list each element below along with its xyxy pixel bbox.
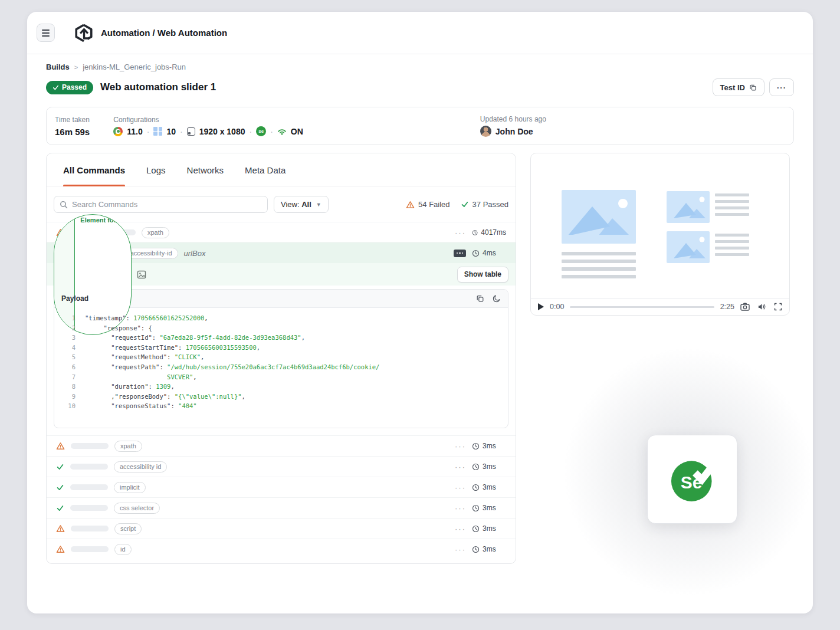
more-options-button[interactable]: ··· (769, 78, 794, 96)
tab-all-commands[interactable]: All Commands (63, 165, 125, 186)
passed-count: 37 Passed (461, 200, 508, 209)
more-actions-icon[interactable]: ··· (455, 462, 466, 471)
resolution-icon (187, 127, 195, 136)
tab-bar: All Commands Logs Networks Meta Data (47, 153, 516, 186)
command-row[interactable]: script···3ms (47, 518, 516, 539)
tab-meta-data[interactable]: Meta Data (245, 165, 286, 186)
command-row[interactable]: css selector···3ms (47, 497, 516, 518)
image-placeholder (667, 191, 710, 223)
svg-text:Se: Se (680, 472, 702, 491)
video-seek-bar[interactable] (570, 306, 714, 308)
hamburger-menu-button[interactable] (37, 24, 55, 42)
user-name: John Doe (496, 127, 533, 136)
page-title: Web automation slider 1 (100, 81, 216, 93)
tab-networks[interactable]: Networks (187, 165, 224, 186)
commands-panel: All Commands Logs Networks Meta Data Vie… (46, 153, 516, 564)
locator-type-badge: xpath (114, 441, 142, 452)
video-frame-mockup (531, 153, 789, 298)
command-row[interactable]: accessibility id···3ms (47, 456, 516, 477)
show-table-button[interactable]: Show table (457, 267, 508, 283)
command-row-list: xpath···3msaccessibility id···3msimplici… (47, 435, 516, 559)
search-commands-input[interactable] (72, 200, 262, 209)
warning-icon (56, 545, 65, 553)
view-filter-dropdown[interactable]: View: All ▼ (274, 196, 329, 213)
line-number: 3 (54, 333, 76, 343)
volume-icon[interactable] (757, 303, 766, 311)
line-number: 1 (54, 313, 76, 323)
app-title: Automation / Web Automation (101, 28, 227, 38)
clock-icon (472, 250, 480, 257)
command-row[interactable]: xpath···3ms (47, 435, 516, 456)
code-line: 4 "requestStartTime": 170566560031559350… (54, 343, 508, 353)
user-avatar (480, 126, 491, 137)
breadcrumb-builds-link[interactable]: Builds (46, 63, 70, 71)
code-line: 6 "requestPath": "/wd/hub/session/755e20… (54, 362, 508, 372)
selenium-icon: se (256, 126, 266, 136)
command-row[interactable]: implicit···3ms (47, 477, 516, 497)
clock-icon (472, 229, 478, 237)
tab-logs[interactable]: Logs (146, 165, 166, 186)
commands-toolbar: View: All ▼ 54 Failed 37 Passed (47, 186, 516, 222)
breadcrumb-separator: > (74, 64, 78, 71)
warning-icon (406, 201, 415, 209)
more-actions-icon[interactable]: ··· (455, 504, 466, 513)
clock-icon (472, 525, 480, 533)
fullscreen-icon[interactable] (774, 303, 782, 311)
selenium-card: Se (647, 435, 737, 524)
resolution-value: 1920 x 1080 (199, 127, 245, 136)
line-number: 8 (54, 382, 76, 392)
image-placeholder (562, 190, 636, 244)
clock-icon (472, 442, 480, 450)
screenshot-image-icon[interactable] (137, 270, 146, 279)
image-placeholder (667, 231, 710, 263)
more-actions-chip[interactable] (454, 250, 466, 257)
breadcrumb: Builds > jenkins-ML_Generic_jobs-Run (46, 63, 794, 71)
command-duration: 3ms (483, 545, 496, 553)
clock-icon (472, 546, 480, 553)
locator-type-badge: script (114, 523, 142, 534)
clock-icon (472, 463, 480, 471)
more-actions-icon[interactable]: ··· (455, 545, 466, 554)
clock-icon (472, 504, 480, 512)
network-signal-icon (277, 127, 287, 136)
video-controls-bar: 0:00 2:25 (531, 298, 789, 315)
search-commands-box[interactable] (54, 196, 268, 213)
code-line: 2 "response": { (54, 323, 508, 333)
more-actions-icon[interactable]: ··· (455, 483, 466, 492)
line-number: 10 (54, 401, 76, 411)
check-icon (56, 504, 64, 512)
locator-value: urlBox (184, 249, 206, 258)
warning-icon (56, 524, 65, 533)
os-version: 10 (166, 127, 176, 136)
locator-type-badge: accessibility id (114, 461, 167, 472)
time-taken-label: Time taken (55, 116, 90, 124)
locator-type-badge: id (114, 544, 132, 555)
search-icon (60, 201, 68, 209)
copy-icon[interactable] (476, 294, 484, 303)
camera-screenshot-icon[interactable] (740, 303, 750, 311)
test-id-button[interactable]: Test ID (713, 78, 764, 96)
warning-icon (56, 442, 65, 450)
command-row[interactable]: id···3ms (47, 539, 516, 559)
command-duration: 3ms (483, 504, 496, 512)
more-actions-icon[interactable]: ··· (455, 524, 466, 533)
locator-type-badge: accessibility-id (124, 248, 178, 259)
play-button[interactable] (538, 303, 544, 310)
more-actions-icon[interactable]: ··· (455, 442, 466, 451)
more-actions-icon[interactable]: ··· (455, 228, 466, 237)
payload-code: 1"timestamp": 1705665601625252000,2 "res… (54, 308, 508, 428)
current-time: 0:00 (550, 303, 564, 311)
chevron-down-icon: ▼ (316, 202, 321, 208)
code-line: 10 "responseStatus": "404" (54, 401, 508, 411)
line-number: 2 (54, 323, 76, 333)
locator-type-badge: css selector (114, 503, 160, 514)
browser-version: 11.0 (127, 127, 142, 136)
configurations-label: Configurations (113, 116, 303, 124)
main-window: Automation / Web Automation Builds > jen… (27, 12, 813, 613)
dark-mode-moon-icon[interactable] (493, 294, 501, 303)
code-line: 5 "requestMethod": "CLICK", (54, 352, 508, 362)
command-name-skeleton (71, 443, 109, 449)
status-badge: Passed (46, 81, 93, 94)
code-line: 8 "duration": 1309, (54, 382, 508, 392)
time-taken-value: 16m 59s (55, 127, 90, 137)
